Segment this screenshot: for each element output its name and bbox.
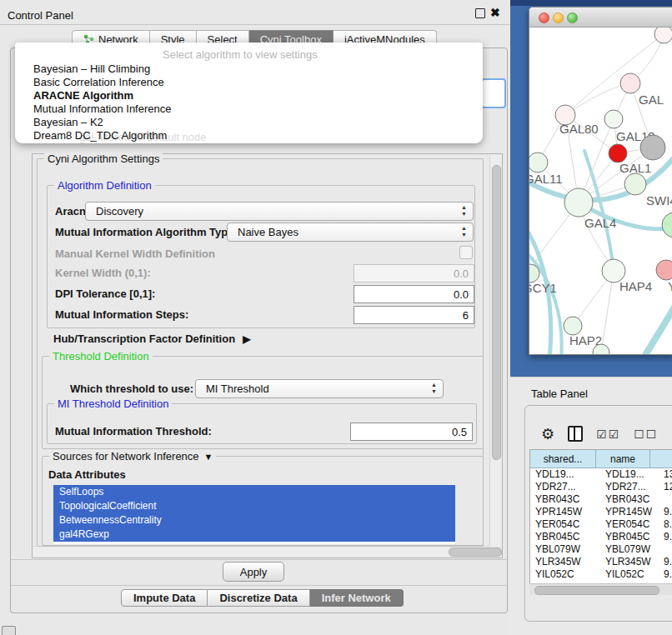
network-node-y[interactable] xyxy=(656,260,672,280)
table-row[interactable]: YLR345WYLR345W9. xyxy=(530,556,672,568)
mi-threshold-input[interactable]: 0.5 xyxy=(350,422,473,441)
bottom-tab-impute-data[interactable]: Impute Data xyxy=(121,589,208,607)
collapse-down-arrow-icon[interactable]: ▼ xyxy=(204,452,213,462)
checked-columns-icon[interactable]: ☑☑ xyxy=(596,428,620,441)
table-cell: 13 xyxy=(659,468,672,481)
network-window[interactable]: GALGAL80GAL10GAL1GAL11SWI4GAL4GCY1HAP4YH… xyxy=(529,7,672,355)
network-canvas-svg[interactable]: GALGAL80GAL10GAL1GAL11SWI4GAL4GCY1HAP4YH… xyxy=(529,28,672,354)
dpi-tolerance-value: 0.0 xyxy=(454,288,469,301)
dpi-tolerance-label: DPI Tolerance [0,1]: xyxy=(55,288,155,300)
table-row[interactable]: YPR145WYPR145W9. xyxy=(530,506,672,518)
table-cell: YPR145W xyxy=(530,506,600,518)
mi-algorithm-type-select[interactable]: Naive Bayes ▲▼ xyxy=(227,222,474,242)
algorithm-option-aracne-algorithm[interactable]: ARACNE Algorithm xyxy=(15,89,483,102)
network-node[interactable] xyxy=(662,212,672,238)
network-edge[interactable] xyxy=(565,83,630,115)
unchecked-columns-icon[interactable]: ☐☐ xyxy=(634,428,658,441)
network-node[interactable] xyxy=(654,28,672,43)
kernel-width-label: Kernel Width (0,1): xyxy=(55,267,151,279)
attribute-item-selfloops[interactable]: SelfLoops xyxy=(53,485,455,499)
mi-steps-input[interactable]: 6 xyxy=(354,306,474,324)
network-node-gal4[interactable] xyxy=(564,188,593,217)
data-attributes-list[interactable]: SelfLoopsTopologicalCoefficientBetweenne… xyxy=(53,485,455,544)
table-cell: YDR27... xyxy=(530,481,600,493)
table-cell: YBL079W xyxy=(600,543,659,556)
table-row[interactable]: YDL19...YDL19...13 xyxy=(530,468,672,481)
column-header-name[interactable]: name xyxy=(596,450,650,468)
network-node-gal10[interactable] xyxy=(604,110,623,128)
table-horizontal-scrollbar[interactable] xyxy=(529,583,672,595)
bottom-tab-infer-network[interactable]: Infer Network xyxy=(310,589,404,607)
table-cell: YDR27... xyxy=(600,481,659,493)
table-row[interactable]: YBL079WYBL079W xyxy=(530,543,672,556)
bottom-tab-bar: Impute DataDiscretize DataInfer Network xyxy=(121,589,404,607)
network-node-swi4[interactable] xyxy=(624,173,646,195)
mi-threshold-label: Mutual Information Threshold: xyxy=(55,425,212,438)
table-row[interactable]: YIL052CYIL052C9. xyxy=(530,568,672,581)
which-threshold-value: MI Threshold xyxy=(206,382,269,395)
algorithm-option-basic-correlation-inference[interactable]: Basic Correlation Inference xyxy=(15,76,483,89)
mi-steps-label: Mutual Information Steps: xyxy=(55,308,188,321)
network-node[interactable] xyxy=(640,135,665,160)
algorithm-option-dream8-dc-tdc-algorithm[interactable]: Dream8 DC_TDC Algorithm xyxy=(15,129,483,142)
table-row[interactable]: YBR043CYBR043C xyxy=(530,493,672,506)
table-scroll-thumb[interactable] xyxy=(534,586,659,595)
algorithm-option-bayesian-hill-climbing[interactable]: Bayesian – Hill Climbing xyxy=(15,62,483,76)
node-table[interactable]: shared...name YDL19...YDL19...13YDR27...… xyxy=(529,449,672,584)
table-row[interactable]: YBR045CYBR045C9. xyxy=(530,531,672,543)
split-columns-icon[interactable] xyxy=(568,426,583,442)
aracne-mode-value: Discovery xyxy=(96,205,143,218)
mi-steps-value: 6 xyxy=(463,309,469,322)
aracne-mode-select[interactable]: Discovery ▲▼ xyxy=(85,202,474,221)
network-node-gal[interactable] xyxy=(620,73,640,93)
minimize-button[interactable] xyxy=(553,12,564,23)
close-icon[interactable]: ✖ xyxy=(490,7,500,18)
table-cell: YBR043C xyxy=(600,493,659,506)
apply-divider xyxy=(11,559,506,560)
settings-vertical-scrollbar[interactable] xyxy=(489,155,501,546)
network-node-gal1[interactable] xyxy=(609,144,627,162)
close-button[interactable] xyxy=(539,12,549,23)
network-node-gal11[interactable] xyxy=(529,152,548,172)
table-panel: ⚙ ☑☑ ☐☐ shared...name YDL19...YDL19...13… xyxy=(524,405,672,622)
mini-palette-icon[interactable] xyxy=(2,626,16,635)
network-edge[interactable] xyxy=(601,271,614,352)
network-window-titlebar[interactable] xyxy=(529,8,672,28)
attribute-item-gal4rgexp[interactable]: gal4RGexp xyxy=(53,528,455,542)
dpi-tolerance-input[interactable]: 0.0 xyxy=(354,285,474,303)
bottom-tab-discretize-data[interactable]: Discretize Data xyxy=(208,589,309,607)
hidden-focused-field xyxy=(481,78,506,108)
apply-button[interactable]: Apply xyxy=(223,562,284,582)
algorithm-definition-title: Algorithm Definition xyxy=(54,179,155,192)
settings-horizontal-scrollbar[interactable] xyxy=(33,546,489,557)
hub-transcription-expander[interactable]: Hub/Transcription Factor Definition ▶ xyxy=(53,332,250,345)
network-edge-thick[interactable] xyxy=(643,296,672,354)
which-threshold-select[interactable]: MI Threshold ▲▼ xyxy=(195,379,444,398)
node-label: GAL80 xyxy=(559,122,599,136)
zoom-button[interactable] xyxy=(567,12,578,23)
algorithm-option-mutual-information-inference[interactable]: Mutual Information Inference xyxy=(15,102,483,116)
mi-algorithm-type-label: Mutual Information Algorithm Type: xyxy=(55,226,238,238)
column-header-shared-[interactable]: shared... xyxy=(530,450,596,468)
attribute-item-betweennesscentrality[interactable]: BetweennessCentrality xyxy=(53,513,455,528)
node-label: GAL4 xyxy=(584,216,616,230)
vertical-scroll-thumb[interactable] xyxy=(492,165,501,460)
table-row[interactable]: YDR27...YDR27...12 xyxy=(530,481,672,493)
threshold-definition-title: Threshold Definition xyxy=(49,350,153,362)
data-attributes-label: Data Attributes xyxy=(48,468,126,481)
algorithm-dropdown-popup: Select algorithm to view settings gal-fi… xyxy=(15,42,483,143)
float-window-icon[interactable] xyxy=(475,8,485,18)
horizontal-scroll-thumb[interactable] xyxy=(449,548,502,557)
expand-right-arrow-icon[interactable]: ▶ xyxy=(243,333,250,345)
table-toolbar: ⚙ ☑☑ ☐☐ xyxy=(541,424,672,443)
network-node-hap2[interactable] xyxy=(564,317,582,335)
table-row[interactable]: YER054CYER054C8. xyxy=(530,518,672,531)
sources-title[interactable]: Sources for Network Inference ▼ xyxy=(49,450,216,462)
algorithm-option-bayesian-k2[interactable]: Bayesian – K2 xyxy=(15,116,483,129)
table-cell: YER054C xyxy=(530,518,600,531)
attribute-item-topologicalcoefficient[interactable]: TopologicalCoefficient xyxy=(53,499,455,513)
column-header-2[interactable] xyxy=(650,450,672,468)
table-panel-title: Table Panel xyxy=(531,388,588,400)
gear-icon[interactable]: ⚙ xyxy=(541,427,554,442)
manual-kernel-width-checkbox[interactable] xyxy=(459,246,473,259)
